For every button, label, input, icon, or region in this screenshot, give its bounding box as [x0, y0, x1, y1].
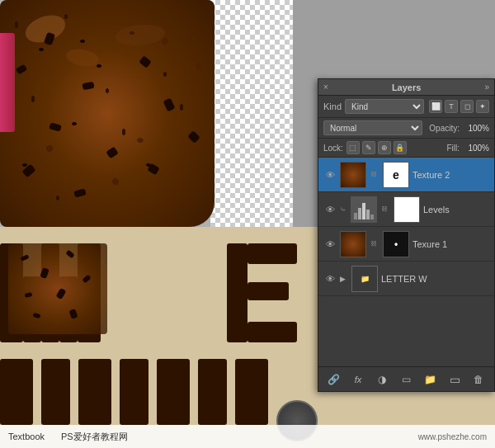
panel-title: Layers	[392, 83, 421, 92]
watermark-strip: Textbook PS爱好者教程网 www.pshezhe.com	[0, 425, 495, 448]
visibility-eye-letterw[interactable]: 👁	[323, 272, 337, 285]
opacity-value: 100%	[463, 124, 489, 133]
watermark-text1: Textbook	[8, 431, 45, 441]
layer-chain-texture1: ⛓	[370, 240, 378, 248]
filter-image-button[interactable]: ⬜	[429, 100, 442, 113]
layer-mask-levels	[394, 196, 420, 223]
kind-dropdown[interactable]: Kind	[345, 99, 424, 114]
watermark-text2: PS爱好者教程网	[61, 431, 128, 443]
adjustment-button[interactable]: ◑	[374, 371, 390, 388]
mask-button[interactable]: ▭	[398, 371, 414, 388]
filter-smart-button[interactable]: ✦	[476, 100, 489, 113]
filter-shape-button[interactable]: ◻	[460, 100, 474, 113]
new-layer-button[interactable]: ▭	[446, 371, 463, 388]
layer-item-letterw[interactable]: 👁 ▶ 📁 LETTER W	[318, 262, 494, 296]
blend-opacity-row: Normal Opacity: 100%	[318, 118, 494, 139]
panel-close-button[interactable]: ×	[323, 83, 328, 92]
panel-collapse-button[interactable]: »	[484, 83, 489, 92]
transparency-checker	[210, 0, 293, 227]
layers-panel: × Layers » Kind Kind ⬜ T ◻ ✦ Normal Opac…	[318, 78, 495, 392]
lock-fill-row: Lock: ⬚ ✎ ⊕ 🔒 Fill: 100%	[318, 139, 494, 158]
panel-titlebar: × Layers »	[318, 79, 494, 96]
layer-thumb-texture1	[340, 231, 366, 257]
layer-mask-texture2: e	[383, 162, 409, 188]
filter-icons: ⬜ T ◻ ✦	[429, 100, 489, 113]
lock-artboard-button[interactable]: ⊕	[378, 141, 391, 154]
link-button[interactable]: 🔗	[326, 371, 342, 388]
layer-chain-texture2: ⛓	[370, 171, 378, 179]
kind-label: Kind	[323, 101, 342, 111]
watermark-url: www.pshezhe.com	[418, 432, 487, 441]
visibility-eye-texture2[interactable]: 👁	[323, 168, 337, 182]
layer-name-levels: Levels	[423, 205, 489, 215]
candy-bar-edge	[0, 33, 15, 132]
lock-icons: ⬚ ✎ ⊕ 🔒	[346, 141, 407, 154]
layer-name-letterw: LETTER W	[381, 274, 489, 284]
opacity-label: Opacity:	[429, 124, 460, 133]
filter-text-button[interactable]: T	[445, 100, 458, 113]
levels-arrow-icon: ⤷	[340, 205, 346, 214]
layer-mask-texture1: •	[383, 231, 409, 257]
fill-label: Fill:	[446, 144, 460, 153]
layer-item-texture2[interactable]: 👁 ⛓ e Texture 2	[318, 158, 494, 192]
chocolate-image-layer	[0, 0, 214, 227]
w-texture-overlay	[8, 243, 107, 334]
layer-item-texture1[interactable]: 👁 ⛓ • Texure 1	[318, 227, 494, 262]
svg-rect-2	[362, 203, 365, 219]
layer-item-levels[interactable]: 👁 ⤷ ⛓ Levels	[318, 192, 494, 227]
fill-value: 100%	[463, 144, 489, 153]
svg-rect-0	[354, 213, 357, 219]
svg-rect-1	[358, 208, 361, 219]
delete-layer-button[interactable]: 🗑	[470, 371, 487, 388]
layer-thumb-texture2	[340, 162, 366, 188]
lock-position-button[interactable]: ✎	[362, 141, 375, 154]
visibility-eye-texture1[interactable]: 👁	[323, 238, 337, 251]
svg-rect-4	[370, 215, 374, 219]
panel-toolbar: 🔗 fx ◑ ▭ 📁 ▭ 🗑	[318, 366, 494, 391]
lock-pixels-button[interactable]: ⬚	[346, 141, 360, 154]
canvas-image-top	[0, 0, 293, 227]
layers-list: 👁 ⛓ e Texture 2 👁 ⤷	[318, 158, 494, 372]
layer-thumb-levels	[351, 196, 377, 223]
layer-thumb-letterw: 📁	[351, 266, 378, 292]
layer-name-texture1: Texure 1	[412, 239, 489, 249]
kind-filter-row: Kind Kind ⬜ T ◻ ✦	[318, 96, 494, 118]
svg-rect-3	[366, 210, 370, 219]
layer-name-texture2: Texture 2	[412, 170, 489, 180]
fx-button[interactable]: fx	[350, 371, 366, 388]
visibility-eye-levels[interactable]: 👁	[323, 203, 337, 216]
blend-mode-dropdown[interactable]: Normal	[323, 120, 422, 135]
layer-chain-levels: ⛓	[380, 205, 389, 214]
lock-all-button[interactable]: 🔒	[394, 141, 407, 154]
folder-button[interactable]: 📁	[422, 371, 439, 388]
lock-label: Lock:	[323, 144, 343, 153]
group-arrow-icon[interactable]: ▶	[340, 275, 348, 283]
